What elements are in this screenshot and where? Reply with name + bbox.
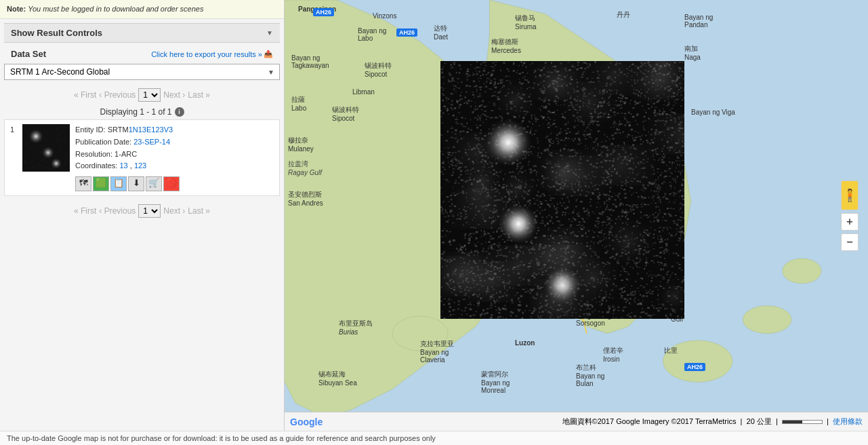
last-page-top[interactable]: Last » [188,90,210,100]
resolution-row: Resolution: 1-ARC [75,149,274,161]
street-view-control[interactable]: 🧍 [841,180,859,210]
map-bottom-bar: Google 地圖資料©2017 Google Imagery ©2017 Te… [285,412,868,431]
attribution-text: 地圖資料©2017 Google Imagery ©2017 TerraMetr… [562,417,737,425]
coord1[interactable]: 13 [119,161,127,170]
google-logo: Google [290,417,323,427]
download-button[interactable]: ⬇ [128,176,144,191]
note-bar: Note: You must be logged in to download … [0,0,284,19]
dataset-label: Data Set [11,49,46,59]
result-actions: 🗺 🟩 📋 ⬇ 🛒 🚫 [75,176,274,191]
note-text: You must be logged in to download and or… [28,5,203,13]
export-link-text: Click here to export your results » [151,50,262,58]
first-page-top[interactable]: « First [74,90,96,100]
display-info: Displaying 1 - 1 of 1 i [0,106,284,119]
dataset-select-wrapper: SRTM 1 Arc-Second Global SRTM 3 Arc-Seco… [4,64,280,80]
bottom-note-bar: The up-to-date Google map is not for pur… [0,431,868,445]
svg-point-4 [392,316,448,351]
result-thumbnail [22,124,70,172]
terms-link[interactable]: 使用條款 [833,417,863,425]
map-badge-ah26-2: AH26 [396,28,417,37]
page-select-bottom[interactable]: 1 [138,204,161,218]
info-icon: i [175,107,184,117]
exclude-button[interactable]: 🚫 [163,176,180,191]
resolution-prefix: Resolution: [75,150,112,158]
chevron-down-icon: ▼ [266,29,273,37]
show-result-controls-label: Show Result Controls [11,28,102,38]
svg-point-5 [663,341,732,382]
pub-date-row: Publication Date: 23-SEP-14 [75,136,274,149]
result-details: Entity ID: SRTM1N13E123V3 Publication Da… [75,124,274,191]
pub-date-value: 23-SEP-14 [133,138,170,146]
next-page-bottom[interactable]: Next › [163,206,185,216]
export-link[interactable]: Click here to export your results » 📤 [151,50,273,58]
bottom-note-text: The up-to-date Google map is not for pur… [7,434,436,442]
next-page-top[interactable]: Next › [163,90,185,100]
scale-label: 20 公里 [747,417,772,425]
dataset-row: Data Set Click here to export your resul… [4,45,280,62]
coordinates-prefix: Coordinates: [75,161,117,170]
page-select-top[interactable]: 1 [138,88,161,102]
pagination-top: « First ‹ Previous 1 Next › Last » [0,84,284,106]
compare-button[interactable]: 📋 [110,176,127,191]
coordinates-row: Coordinates: 13 , 123 [75,160,274,172]
scale-bar [782,420,823,424]
zoom-in-button[interactable]: + [841,213,859,231]
content-area: Note: You must be logged in to download … [0,0,868,431]
note-prefix: Note: [7,5,26,13]
zoom-out-button[interactable]: − [841,233,859,251]
app-wrapper: Note: You must be logged in to download … [0,0,868,445]
map-controls: 🧍 + − [841,180,859,251]
overlay-button[interactable]: 🟩 [93,176,109,191]
prev-page-top[interactable]: ‹ Previous [99,90,136,100]
satellite-canvas [440,61,684,319]
thumbnail-canvas [22,124,70,172]
svg-point-6 [743,306,791,334]
footprint-button[interactable]: 🗺 [75,176,91,191]
pub-date-prefix: Publication Date: [75,138,131,146]
last-page-bottom[interactable]: Last » [188,206,210,216]
export-icon: 📤 [264,50,273,58]
result-index: 1 [10,124,17,134]
first-page-bottom[interactable]: « First [74,206,96,216]
pagination-bottom: « First ‹ Previous 1 Next › Last » [0,200,284,222]
entity-id-row: Entity ID: SRTM1N13E123V3 [75,124,274,136]
map-badge-ah26-1: AH26 [313,8,334,16]
coord2[interactable]: 123 [134,161,146,170]
map-panel[interactable]: Pangasinan Vinzons Bayan ngLabo 达特Daet 梅… [285,0,868,431]
order-button[interactable]: 🛒 [146,176,162,191]
prev-page-bottom[interactable]: ‹ Previous [99,206,136,216]
resolution-value: 1-ARC [115,150,137,158]
map-badge-ah26-3: AH26 [684,363,705,371]
left-panel: Note: You must be logged in to download … [0,0,285,431]
entity-id-link[interactable]: 1N13E123V3 [129,125,173,134]
entity-id-text: SRTM [108,125,129,134]
result-item: 1 Entity ID: SRTM1N13E123V3 Publication … [4,119,280,195]
dataset-select[interactable]: SRTM 1 Arc-Second Global SRTM 3 Arc-Seco… [4,64,280,80]
satellite-overlay [440,61,684,319]
show-result-controls-button[interactable]: Show Result Controls ▼ [4,23,280,43]
map-attribution: 地圖資料©2017 Google Imagery ©2017 TerraMetr… [562,417,863,427]
display-info-text: Displaying 1 - 1 of 1 [100,107,171,117]
entity-id-prefix: Entity ID: [75,125,106,134]
svg-point-7 [783,258,821,284]
